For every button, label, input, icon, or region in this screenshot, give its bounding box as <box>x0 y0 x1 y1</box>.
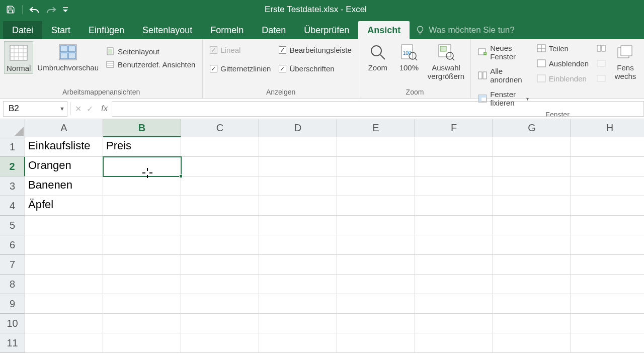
cell-F5[interactable] <box>415 216 493 235</box>
cell-H7[interactable] <box>571 255 644 275</box>
cell-A8[interactable] <box>25 275 103 294</box>
cell-H9[interactable] <box>571 294 644 314</box>
view-customviews-button[interactable]: Benutzerdef. Ansichten <box>105 58 196 70</box>
tab-insert[interactable]: Einfügen <box>79 21 133 39</box>
row-header-2[interactable]: 2 <box>0 157 25 176</box>
row-header-4[interactable]: 4 <box>0 196 25 216</box>
cell-B7[interactable] <box>103 255 181 275</box>
cell-G6[interactable] <box>493 235 571 255</box>
cell-C6[interactable] <box>181 235 259 255</box>
cell-D11[interactable] <box>259 333 337 353</box>
cell-G8[interactable] <box>493 275 571 294</box>
new-window-button[interactable]: + Neues Fenster <box>477 42 530 62</box>
cell-H11[interactable] <box>571 333 644 353</box>
cell-E7[interactable] <box>337 255 415 275</box>
cell-B5[interactable] <box>103 216 181 235</box>
cell-D4[interactable] <box>259 196 337 216</box>
cell-B1[interactable]: Preis <box>103 137 181 157</box>
qat-customize-button[interactable] <box>61 2 70 17</box>
row-header-7[interactable]: 7 <box>0 255 25 275</box>
row-header-5[interactable]: 5 <box>0 216 25 235</box>
cell-D8[interactable] <box>259 275 337 294</box>
cell-A9[interactable] <box>25 294 103 314</box>
cell-F1[interactable] <box>415 137 493 157</box>
cell-H8[interactable] <box>571 275 644 294</box>
cell-A5[interactable] <box>25 216 103 235</box>
column-header-B[interactable]: B <box>103 119 181 137</box>
cell-D1[interactable] <box>259 137 337 157</box>
cell-G5[interactable] <box>493 216 571 235</box>
column-header-D[interactable]: D <box>259 119 337 137</box>
cell-H5[interactable] <box>571 216 644 235</box>
cell-C8[interactable] <box>181 275 259 294</box>
side-by-side-button[interactable] <box>596 42 607 54</box>
cell-A2[interactable]: Orangen <box>25 157 103 176</box>
cell-E8[interactable] <box>337 275 415 294</box>
save-button[interactable] <box>3 2 18 17</box>
column-header-G[interactable]: G <box>493 119 571 137</box>
view-pagelayout-button[interactable]: Seitenlayout <box>105 45 196 57</box>
cell-G10[interactable] <box>493 314 571 333</box>
cell-A6[interactable] <box>25 235 103 255</box>
cell-F8[interactable] <box>415 275 493 294</box>
tab-file[interactable]: Datei <box>3 21 42 39</box>
cell-F7[interactable] <box>415 255 493 275</box>
cell-B6[interactable] <box>103 235 181 255</box>
tell-me-search[interactable]: Was möchten Sie tun? <box>410 21 520 39</box>
cell-D10[interactable] <box>259 314 337 333</box>
cell-E10[interactable] <box>337 314 415 333</box>
chevron-down-icon[interactable]: ▼ <box>59 106 65 112</box>
zoom-selection-button[interactable]: Auswahlvergrößern <box>426 41 466 82</box>
cell-C3[interactable] <box>181 176 259 196</box>
cell-B11[interactable] <box>103 333 181 353</box>
cell-B8[interactable] <box>103 275 181 294</box>
row-header-8[interactable]: 8 <box>0 275 25 294</box>
cell-E11[interactable] <box>337 333 415 353</box>
cell-B9[interactable] <box>103 294 181 314</box>
cell-D3[interactable] <box>259 176 337 196</box>
cell-F4[interactable] <box>415 196 493 216</box>
cell-A3[interactable]: Banenen <box>25 176 103 196</box>
column-header-F[interactable]: F <box>415 119 493 137</box>
cell-E6[interactable] <box>337 235 415 255</box>
cell-H2[interactable] <box>571 157 644 176</box>
zoom-100-button[interactable]: 100 100% <box>394 41 424 73</box>
split-button[interactable]: Teilen <box>536 42 590 54</box>
cell-B2[interactable] <box>103 157 181 176</box>
cell-F9[interactable] <box>415 294 493 314</box>
cell-C7[interactable] <box>181 255 259 275</box>
name-box[interactable]: B2 ▼ <box>3 101 67 117</box>
cell-F3[interactable] <box>415 176 493 196</box>
cell-G4[interactable] <box>493 196 571 216</box>
cell-A11[interactable] <box>25 333 103 353</box>
fill-handle[interactable] <box>179 174 183 178</box>
tab-pagelayout[interactable]: Seitenlayout <box>133 21 201 39</box>
checkbox-headings[interactable]: Überschriften <box>278 63 352 74</box>
column-header-A[interactable]: A <box>25 119 103 137</box>
cell-G2[interactable] <box>493 157 571 176</box>
checkbox-formulabar[interactable]: Bearbeitungsleiste <box>278 44 352 56</box>
cell-F6[interactable] <box>415 235 493 255</box>
sync-scroll-button[interactable] <box>596 57 607 69</box>
switch-windows-button[interactable]: Fenswechs <box>611 41 640 82</box>
select-all-corner[interactable] <box>0 119 25 137</box>
row-header-1[interactable]: 1 <box>0 137 25 157</box>
cell-A7[interactable] <box>25 255 103 275</box>
formula-input[interactable] <box>112 101 644 117</box>
cell-B4[interactable] <box>103 196 181 216</box>
tab-data[interactable]: Daten <box>253 21 295 39</box>
fx-icon[interactable]: fx <box>98 104 108 114</box>
cell-G1[interactable] <box>493 137 571 157</box>
cell-C9[interactable] <box>181 294 259 314</box>
cell-F10[interactable] <box>415 314 493 333</box>
redo-button[interactable] <box>44 2 59 17</box>
cell-E5[interactable] <box>337 216 415 235</box>
tab-review[interactable]: Überprüfen <box>295 21 358 39</box>
cell-G11[interactable] <box>493 333 571 353</box>
cell-D7[interactable] <box>259 255 337 275</box>
tab-view[interactable]: Ansicht <box>358 21 410 39</box>
hide-button[interactable]: Ausblenden <box>536 57 590 69</box>
cell-G3[interactable] <box>493 176 571 196</box>
cell-F2[interactable] <box>415 157 493 176</box>
cell-E9[interactable] <box>337 294 415 314</box>
